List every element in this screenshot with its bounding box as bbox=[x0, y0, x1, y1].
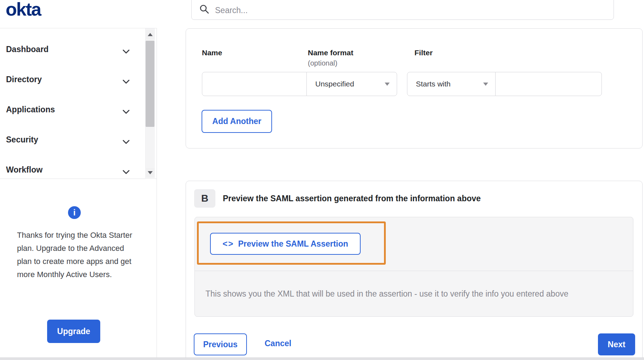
sidebar-item-label: Applications bbox=[6, 105, 55, 114]
chevron-down-icon bbox=[122, 47, 130, 56]
preview-saml-assertion-button[interactable]: <> Preview the SAML Assertion bbox=[210, 233, 361, 255]
name-column-label: Name bbox=[202, 49, 222, 57]
upgrade-button[interactable]: Upgrade bbox=[47, 320, 100, 343]
chevron-down-icon bbox=[122, 167, 130, 177]
name-format-optional-hint: (optional) bbox=[308, 59, 337, 67]
name-format-selected-value: Unspecified bbox=[315, 80, 354, 88]
attribute-name-input[interactable] bbox=[202, 72, 307, 96]
code-brackets-icon: <> bbox=[222, 239, 234, 249]
okta-admin-window: okta Dashboard Directory Applications Se… bbox=[0, 0, 644, 360]
bottom-edge-strip bbox=[0, 358, 644, 360]
sidebar-item-applications[interactable]: Applications bbox=[0, 101, 145, 118]
preview-box: <> Preview the SAML Assertion This shows… bbox=[194, 217, 633, 317]
preview-button-section: <> Preview the SAML Assertion bbox=[195, 217, 633, 271]
search-input[interactable] bbox=[214, 5, 614, 16]
sidebar-scrollbar-thumb[interactable] bbox=[146, 41, 154, 127]
scrollbar-down-arrow[interactable] bbox=[145, 168, 155, 177]
sidebar-nav: Dashboard Directory Applications Securit… bbox=[0, 28, 157, 179]
sidebar-item-workflow[interactable]: Workflow bbox=[0, 161, 145, 178]
step-b-badge: B bbox=[194, 189, 215, 208]
info-icon: i bbox=[68, 206, 81, 219]
upgrade-panel: i Thanks for trying the Okta Starter pla… bbox=[0, 179, 157, 358]
filter-column-label: Filter bbox=[414, 49, 433, 57]
filter-value-input[interactable] bbox=[495, 72, 602, 96]
preview-hint-text: This shows you the XML that will be used… bbox=[205, 289, 623, 299]
previous-button[interactable]: Previous bbox=[194, 333, 247, 355]
search-icon bbox=[199, 4, 209, 16]
add-another-button[interactable]: Add Another bbox=[202, 110, 272, 133]
chevron-down-icon bbox=[122, 77, 130, 86]
triangle-down-icon bbox=[148, 171, 153, 174]
preview-assertion-card: B Preview the SAML assertion generated f… bbox=[186, 181, 643, 360]
sidebar-item-label: Security bbox=[6, 135, 38, 145]
sidebar-item-directory[interactable]: Directory bbox=[0, 71, 145, 88]
chevron-down-icon bbox=[122, 137, 130, 147]
global-search bbox=[191, 0, 614, 20]
attribute-statements-card: Name Name format (optional) Filter Unspe… bbox=[186, 28, 643, 148]
preview-section-title: Preview the SAML assertion generated fro… bbox=[223, 194, 481, 203]
sidebar-item-security[interactable]: Security bbox=[0, 131, 145, 148]
name-format-column-label: Name format bbox=[308, 49, 353, 57]
filter-operator-selected-value: Starts with bbox=[416, 80, 451, 88]
name-format-select[interactable]: Unspecified bbox=[306, 72, 397, 96]
preview-button-label: Preview the SAML Assertion bbox=[238, 239, 348, 249]
scrollbar-up-arrow[interactable] bbox=[145, 30, 155, 39]
sidebar-item-label: Dashboard bbox=[6, 45, 49, 54]
upgrade-message: Thanks for trying the Okta Starter plan.… bbox=[17, 229, 139, 281]
okta-logo: okta bbox=[6, 0, 41, 20]
cancel-link[interactable]: Cancel bbox=[265, 339, 291, 348]
sidebar-item-label: Workflow bbox=[6, 165, 43, 175]
filter-operator-select[interactable]: Starts with bbox=[407, 72, 496, 96]
triangle-up-icon bbox=[148, 33, 153, 36]
sidebar-item-dashboard[interactable]: Dashboard bbox=[0, 41, 145, 58]
next-button[interactable]: Next bbox=[598, 333, 635, 355]
sidebar-item-label: Directory bbox=[6, 75, 42, 84]
chevron-down-icon bbox=[122, 107, 130, 117]
dropdown-caret-icon bbox=[483, 83, 488, 86]
dropdown-caret-icon bbox=[385, 83, 390, 86]
